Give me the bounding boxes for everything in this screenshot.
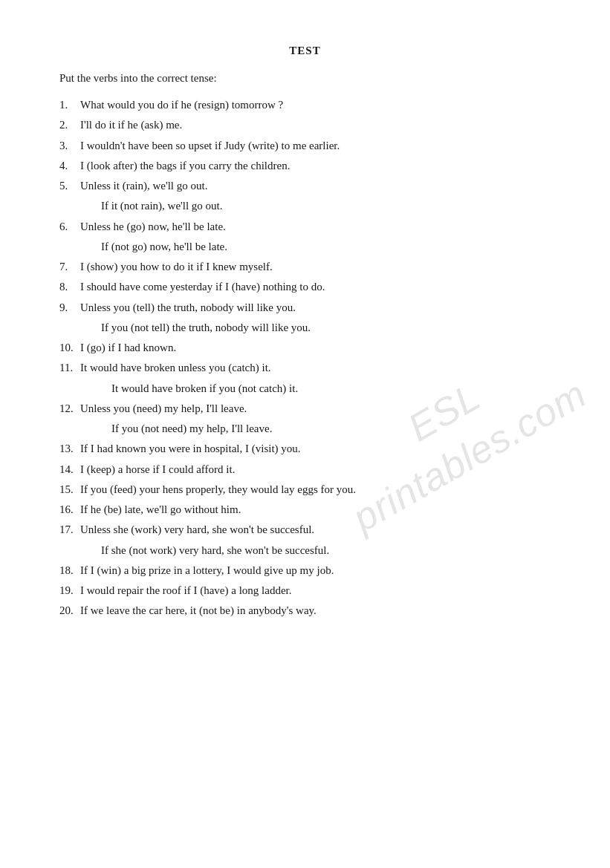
- question-text: If we leave the car here, it (not be) in…: [80, 602, 317, 619]
- question-text: I (keep) a horse if I could afford it.: [80, 461, 235, 478]
- question-item: 17.Unless she (work) very hard, she won'…: [59, 521, 551, 538]
- question-subline: If she (not work) very hard, she won't b…: [101, 542, 551, 559]
- page-title: TEST: [59, 45, 551, 57]
- question-number: 2.: [59, 117, 80, 134]
- question-text: Unless it (rain), we'll go out.: [80, 177, 207, 195]
- question-subline: If (not go) now, he'll be late.: [101, 238, 551, 255]
- question-item: 20.If we leave the car here, it (not be)…: [59, 602, 551, 619]
- question-item: 10.I (go) if I had known.: [59, 339, 551, 356]
- question-item: 2.I'll do it if he (ask) me.: [59, 117, 551, 134]
- question-text: I wouldn't have been so upset if Judy (w…: [80, 137, 340, 154]
- question-text: Unless you (need) my help, I'll leave.: [80, 400, 247, 417]
- question-number: 14.: [59, 461, 80, 478]
- question-text: I (look after) the bags if you carry the…: [80, 157, 290, 174]
- question-text: I should have come yesterday if I (have)…: [80, 278, 325, 296]
- question-number: 3.: [59, 137, 80, 154]
- question-item: 4. I (look after) the bags if you carry …: [59, 157, 551, 174]
- question-number: 12.: [59, 400, 80, 417]
- question-text: It would have broken unless you (catch) …: [80, 359, 271, 376]
- question-item: 16.If he (be) late, we'll go without him…: [59, 501, 551, 518]
- question-item: 12.Unless you (need) my help, I'll leave…: [59, 400, 551, 417]
- question-number: 13.: [59, 440, 80, 457]
- question-number: 19.: [59, 582, 80, 599]
- questions-container: 1.What would you do if he (resign) tomor…: [59, 97, 551, 620]
- question-text: Unless he (go) now, he'll be late.: [80, 218, 226, 235]
- question-item: 9.Unless you (tell) the truth, nobody wi…: [59, 299, 551, 316]
- instruction-text: Put the verbs into the correct tense:: [59, 72, 551, 85]
- question-number: 9.: [59, 299, 80, 316]
- question-item: 14. I (keep) a horse if I could afford i…: [59, 461, 551, 478]
- question-number: 6.: [59, 218, 80, 235]
- question-text: What would you do if he (resign) tomorro…: [80, 97, 283, 114]
- page: ESLprintables.com TEST Put the verbs int…: [0, 0, 610, 868]
- question-item: 3.I wouldn't have been so upset if Judy …: [59, 137, 551, 154]
- question-item: 1.What would you do if he (resign) tomor…: [59, 97, 551, 114]
- question-number: 20.: [59, 602, 80, 619]
- question-text: I would repair the roof if I (have) a lo…: [80, 582, 291, 599]
- question-subline: If you (not tell) the truth, nobody will…: [101, 319, 551, 336]
- question-item: 6.Unless he (go) now, he'll be late.: [59, 218, 551, 235]
- question-number: 10.: [59, 339, 80, 356]
- question-number: 18.: [59, 562, 80, 579]
- question-number: 17.: [59, 521, 80, 538]
- question-subline: It would have broken if you (not catch) …: [111, 380, 551, 397]
- question-subline: If it (not rain), we'll go out.: [101, 198, 551, 215]
- question-item: 19.I would repair the roof if I (have) a…: [59, 582, 551, 599]
- question-item: 13.If I had known you were in hospital, …: [59, 440, 551, 457]
- question-text: If he (be) late, we'll go without him.: [80, 501, 241, 518]
- question-item: 7.I (show) you how to do it if I knew my…: [59, 258, 551, 275]
- question-number: 8.: [59, 278, 80, 296]
- question-text: If I (win) a big prize in a lottery, I w…: [80, 562, 334, 579]
- question-number: 15.: [59, 481, 80, 498]
- question-text: I (go) if I had known.: [80, 339, 176, 356]
- question-item: 5.Unless it (rain), we'll go out.: [59, 177, 551, 195]
- question-number: 5.: [59, 177, 80, 195]
- question-number: 1.: [59, 97, 80, 114]
- question-number: 11.: [59, 359, 80, 376]
- question-text: I (show) you how to do it if I knew myse…: [80, 258, 273, 275]
- question-text: Unless you (tell) the truth, nobody will…: [80, 299, 296, 316]
- question-number: 7.: [59, 258, 80, 275]
- question-item: 15.If you (feed) your hens properly, the…: [59, 481, 551, 498]
- question-text: If I had known you were in hospital, I (…: [80, 440, 301, 457]
- question-text: If you (feed) your hens properly, they w…: [80, 481, 356, 498]
- question-item: 8.I should have come yesterday if I (hav…: [59, 278, 551, 296]
- question-number: 4.: [59, 157, 80, 174]
- question-number: 16.: [59, 501, 80, 518]
- question-text: I'll do it if he (ask) me.: [80, 117, 182, 134]
- question-item: 11.It would have broken unless you (catc…: [59, 359, 551, 376]
- question-item: 18.If I (win) a big prize in a lottery, …: [59, 562, 551, 579]
- question-subline: If you (not need) my help, I'll leave.: [111, 420, 551, 437]
- question-text: Unless she (work) very hard, she won't b…: [80, 521, 314, 538]
